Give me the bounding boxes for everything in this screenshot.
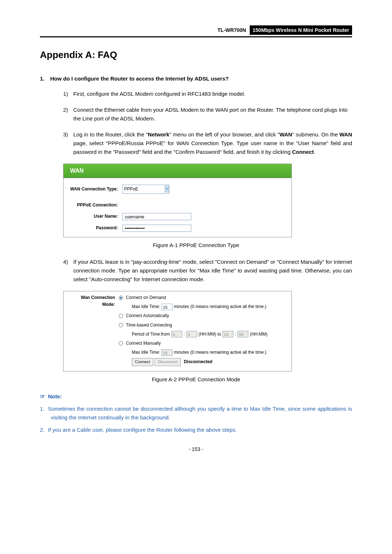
step-4: 4)If your ADSL lease is in "pay-accordin… xyxy=(63,258,352,284)
wan-conn-type-label: WAN Connection Type: xyxy=(67,186,122,193)
step-3: 3)Log in to the Router, click the "Netwo… xyxy=(63,130,352,156)
username-input[interactable]: username xyxy=(122,213,191,220)
max-idle-input-1[interactable]: 15 xyxy=(162,304,172,310)
max-idle-suffix-1: minutes (0 means remaining active all th… xyxy=(174,303,266,310)
q-text-1: How do I configure the Router to access … xyxy=(50,75,229,82)
to-hh-input[interactable]: 23 xyxy=(222,331,233,337)
opt-connect-auto: Connect Automatically xyxy=(126,312,169,319)
from-mm-input[interactable]: 0 xyxy=(186,331,197,337)
figure-a2-caption: Figure A-2 PPPoE Connection Mode xyxy=(40,375,352,384)
radio-connect-manual[interactable] xyxy=(119,341,123,345)
doc-header: TL-WR700N 150Mbps Wireless N Mini Pocket… xyxy=(40,25,352,37)
note-icon: ☞ xyxy=(40,393,45,399)
note-heading: ☞ Note: xyxy=(40,392,352,401)
password-input[interactable]: ••••••••••••• xyxy=(122,225,191,232)
disconnect-button[interactable]: Disconnect xyxy=(155,358,181,366)
wan-mode-label: Wan Connection Mode: xyxy=(68,294,119,308)
model-name: TL-WR700N xyxy=(217,27,246,33)
chevron-down-icon: ▾ xyxy=(165,186,169,192)
wan-panel-header: WAN xyxy=(64,164,291,178)
period-label: Period of Time:from xyxy=(132,331,170,338)
max-idle-input-2[interactable]: 15 xyxy=(162,349,172,356)
radio-connect-auto[interactable] xyxy=(119,314,123,318)
wan-mode-panel: Wan Connection Mode: Connect on Demand M… xyxy=(63,291,292,372)
figure-a1-caption: Figure A-1 PPPoE Connection Type xyxy=(40,241,352,250)
opt-time-based: Time-based Connecting xyxy=(126,322,172,329)
note-item-2: 2.If you are a Cable user, please config… xyxy=(40,426,352,434)
opt-connect-on-demand: Connect on Demand xyxy=(126,294,166,301)
max-idle-suffix-2: minutes (0 means remaining active all th… xyxy=(174,349,266,356)
product-desc: 150Mbps Wireless N Mini Pocket Router xyxy=(250,25,352,35)
max-idle-label-1: Max Idle Time: xyxy=(132,303,160,310)
page-number: - 153 - xyxy=(40,445,352,453)
connection-status: Disconnected xyxy=(184,358,212,365)
faq-question-1: 1. How do I configure the Router to acce… xyxy=(40,74,352,83)
wan-config-panel: WAN WAN Connection Type: PPPoE ▾ PPPoE C… xyxy=(63,164,292,237)
radio-time-based[interactable] xyxy=(119,323,123,327)
step-2: 2)Connect the Ethernet cable from your A… xyxy=(63,106,352,123)
pppoe-connection-label: PPPoE Connection: xyxy=(67,202,122,209)
wan-conn-type-select[interactable]: PPPoE ▾ xyxy=(122,185,170,194)
connect-button[interactable]: Connect xyxy=(132,358,153,366)
max-idle-label-2: Max Idle Time: xyxy=(132,349,160,356)
from-hh-input[interactable]: 0 xyxy=(171,331,182,337)
password-label: Password: xyxy=(67,225,122,231)
opt-connect-manual: Connect Manually xyxy=(126,340,161,347)
step-1: 1)First, configure the ADSL Modem config… xyxy=(63,90,352,98)
q-num-1: 1. xyxy=(40,74,49,83)
hhmm-to-label: (HH:MM) to xyxy=(199,331,221,338)
appendix-title: Appendix A: FAQ xyxy=(40,48,352,63)
to-mm-input[interactable]: 59 xyxy=(237,331,248,337)
radio-connect-on-demand[interactable] xyxy=(119,296,123,300)
hhmm-label: (HH:MM) xyxy=(250,331,268,338)
note-item-1: 1.Sometimes the connection cannot be dis… xyxy=(40,405,352,422)
username-label: User Name: xyxy=(67,213,122,220)
